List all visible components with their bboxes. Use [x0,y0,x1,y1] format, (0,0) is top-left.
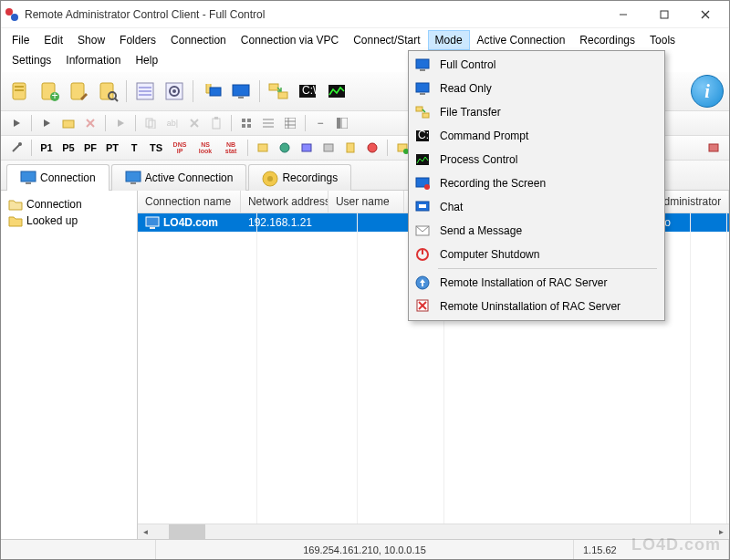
tb-pt[interactable]: PT [102,138,122,158]
menu-item-send-a-message[interactable]: Send a Message [411,219,662,243]
menu-item-remote-uninstallation-of-rac-server[interactable]: Remote Uninstallation of RAC Server [411,295,662,318]
svg-rect-14 [100,83,113,99]
tree-item-connection[interactable]: Connection [5,196,133,213]
status-left [1,540,156,559]
tb-process-icon[interactable] [323,78,350,105]
svg-rect-28 [278,92,287,99]
tb-open-folder-icon[interactable] [58,113,78,133]
svg-rect-43 [214,117,218,119]
menu-information[interactable]: Information [58,50,128,70]
menu-help[interactable]: Help [128,50,165,70]
horizontal-scrollbar[interactable]: ◄ ► [138,524,729,539]
menu-folders[interactable]: Folders [112,30,163,50]
svg-text:+: + [51,89,57,102]
info-button[interactable]: i [691,75,724,108]
column-header[interactable]: User name [328,191,404,213]
menu-item-process-control[interactable]: Process Control [411,148,662,171]
monitor-icon [125,171,140,185]
tb-dnsip[interactable]: DNSIP [168,138,192,158]
tb-paste-icon[interactable] [206,113,226,133]
menu-connection[interactable]: Connection [163,30,234,50]
tb-net3-icon[interactable] [297,138,317,158]
tb-net1-icon[interactable] [253,138,273,158]
cmd-icon: C:\ [414,128,431,144]
tb-p1[interactable]: P1 [36,138,57,158]
tb-pf[interactable]: PF [80,138,100,158]
mode-menu-dropdown[interactable]: Full ControlRead OnlyFile TransferC:\Com… [408,50,665,321]
tree-item-looked-up[interactable]: Looked up [5,213,133,229]
svg-rect-3 [661,11,668,18]
menu-show[interactable]: Show [70,30,112,50]
tb-view-list-icon[interactable] [258,113,278,133]
tb-ts[interactable]: TS [146,138,166,158]
menu-active-connection[interactable]: Active Connection [470,30,573,50]
menu-item-command-prompt[interactable]: C:\Command Prompt [411,124,662,148]
tb-scroll-add-icon[interactable]: + [36,78,63,105]
menu-connection-via-vpc[interactable]: Connection via VPC [234,30,346,50]
menu-item-full-control[interactable]: Full Control [411,53,662,77]
tb-folder-transfer-icon[interactable] [265,78,292,105]
menu-item-read-only[interactable]: Read Only [411,77,662,100]
tb-cmd-icon[interactable]: C:\ [294,78,321,105]
tab-connection[interactable]: Connection [6,164,110,191]
svg-point-23 [172,89,176,93]
tb-view-details-icon[interactable] [280,113,300,133]
menu-connect/start[interactable]: Connect/Start [346,30,427,50]
maximize-button[interactable] [643,2,684,27]
tb-view-large-icon[interactable] [236,113,256,133]
tb-nslook[interactable]: NSlook [193,138,217,158]
tb-scroll-search-icon[interactable] [94,78,121,105]
tb-play-icon[interactable] [6,113,26,133]
window-title: Remote Administrator Control Client - Fu… [25,8,602,21]
tab-recordings[interactable]: Recordings [248,164,351,191]
tb-play2-icon[interactable] [36,113,57,133]
tb-hand-monitor-icon[interactable] [198,78,225,105]
menu-settings[interactable]: Settings [5,50,58,70]
tb-net4-icon[interactable] [318,138,339,158]
tb-scroll-edit-icon[interactable] [65,78,92,105]
tb-copy-icon[interactable] [141,113,161,133]
tb-net6-icon[interactable] [362,138,382,158]
menu-edit[interactable]: Edit [36,30,70,50]
svg-point-57 [18,142,22,146]
menu-item-file-transfer[interactable]: File Transfer [411,100,662,124]
tb-delete-icon[interactable] [80,113,100,133]
tb-settings-icon[interactable] [161,78,188,105]
menu-recordings[interactable]: Recordings [572,30,642,50]
tb-delete2-icon[interactable] [184,113,204,133]
tb-scroll-icon[interactable] [6,78,34,105]
svg-rect-87 [419,204,426,208]
menu-item-recording-the-screen[interactable]: Recording the Screen [411,171,662,195]
tab-active-connection[interactable]: Active Connection [111,164,247,191]
menu-item-remote-installation-of-rac-server[interactable]: Remote Installation of RAC Server [411,271,662,295]
tb-list-icon[interactable] [131,78,159,105]
close-button[interactable] [684,2,725,27]
svg-rect-27 [269,84,278,90]
tb-p5[interactable]: P5 [58,138,78,158]
tb-tools-icon[interactable] [6,138,26,158]
uninstall-icon [414,298,431,315]
tb-net2-icon[interactable] [275,138,295,158]
record-icon [414,175,431,192]
tb-play3-icon[interactable] [110,113,130,133]
minimize-button[interactable] [602,2,643,27]
menu-tools[interactable]: Tools [642,30,683,50]
tb-net5-icon[interactable] [340,138,360,158]
menu-file[interactable]: File [5,30,36,50]
tb-nbstat[interactable]: NBstat [219,138,243,158]
tb-net8-icon[interactable] [704,138,724,158]
column-header[interactable]: Connection name [138,191,241,213]
tb-minus-icon[interactable]: − [310,113,330,133]
tb-t[interactable]: T [124,138,144,158]
column-header[interactable]: Network address [241,191,328,213]
tb-monitor-icon[interactable] [227,78,255,105]
svg-rect-44 [242,119,245,122]
menu-mode[interactable]: Mode [428,30,470,50]
svg-rect-74 [150,227,155,229]
monitor-blue-icon [414,57,431,73]
tb-sidebar-icon[interactable] [332,113,352,133]
menu-item-computer-shutdown[interactable]: Computer Shutdown [411,243,662,266]
menu-item-chat[interactable]: Chat [411,195,662,219]
tb-rename-icon[interactable]: ab| [162,113,182,133]
svg-rect-76 [420,69,425,71]
